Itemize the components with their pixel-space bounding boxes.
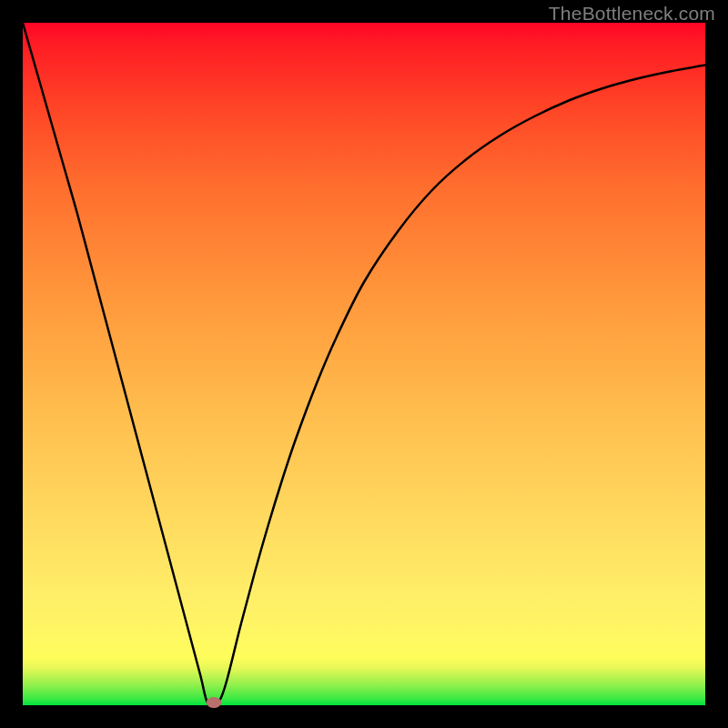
- watermark: TheBottleneck.com: [549, 3, 715, 25]
- bottleneck-curve: [23, 23, 705, 706]
- curve-svg: [23, 23, 705, 705]
- plot-area: [23, 23, 705, 705]
- minimum-marker: [207, 698, 221, 708]
- chart-frame: TheBottleneck.com: [0, 0, 728, 728]
